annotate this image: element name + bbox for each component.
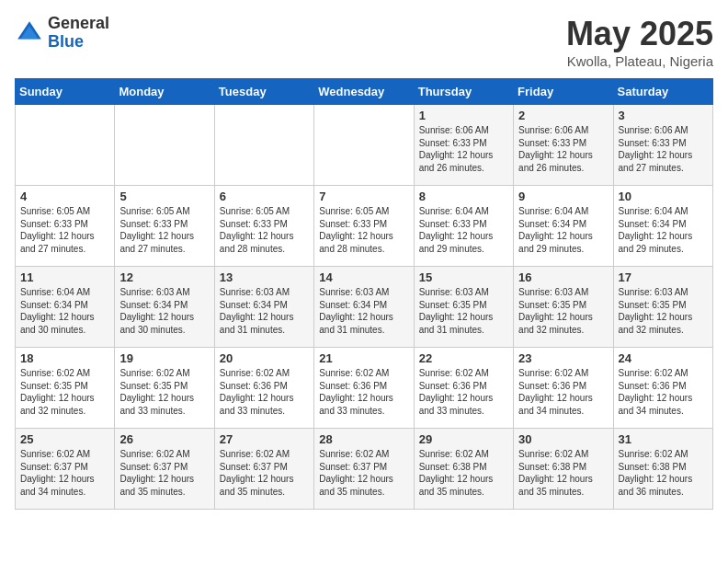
weekday-header: Monday xyxy=(115,79,214,105)
day-number: 26 xyxy=(119,432,209,446)
day-number: 3 xyxy=(619,109,708,122)
day-number: 19 xyxy=(119,351,209,365)
day-info: Sunrise: 6:03 AM Sunset: 6:35 PM Dayligh… xyxy=(518,286,608,336)
calendar-day-cell: 5Sunrise: 6:05 AM Sunset: 6:33 PM Daylig… xyxy=(115,186,214,267)
day-info: Sunrise: 6:02 AM Sunset: 6:36 PM Dayligh… xyxy=(619,367,708,417)
day-number: 17 xyxy=(619,270,708,284)
calendar-day-cell: 17Sunrise: 6:03 AM Sunset: 6:35 PM Dayli… xyxy=(613,267,712,348)
calendar-subtitle: Kwolla, Plateau, Nigeria xyxy=(566,53,713,69)
weekday-header: Tuesday xyxy=(214,79,313,105)
day-number: 27 xyxy=(220,432,309,446)
calendar-week-row: 25Sunrise: 6:02 AM Sunset: 6:37 PM Dayli… xyxy=(16,429,713,510)
day-number: 30 xyxy=(518,432,608,446)
day-number: 22 xyxy=(419,351,508,365)
calendar-day-cell: 28Sunrise: 6:02 AM Sunset: 6:37 PM Dayli… xyxy=(314,429,414,510)
calendar-day-cell: 7Sunrise: 6:05 AM Sunset: 6:33 PM Daylig… xyxy=(314,186,414,267)
calendar-day-cell: 2Sunrise: 6:06 AM Sunset: 6:33 PM Daylig… xyxy=(514,105,613,186)
weekday-header: Thursday xyxy=(414,79,513,105)
calendar-week-row: 1Sunrise: 6:06 AM Sunset: 6:33 PM Daylig… xyxy=(16,105,713,186)
day-number: 9 xyxy=(518,190,608,203)
calendar-day-cell: 13Sunrise: 6:03 AM Sunset: 6:34 PM Dayli… xyxy=(214,267,313,348)
day-info: Sunrise: 6:03 AM Sunset: 6:35 PM Dayligh… xyxy=(619,286,708,336)
calendar-day-cell: 14Sunrise: 6:03 AM Sunset: 6:34 PM Dayli… xyxy=(314,267,414,348)
day-info: Sunrise: 6:02 AM Sunset: 6:37 PM Dayligh… xyxy=(220,448,309,498)
logo-general-text: General xyxy=(48,15,109,33)
calendar-day-cell: 1Sunrise: 6:06 AM Sunset: 6:33 PM Daylig… xyxy=(414,105,513,186)
day-number: 24 xyxy=(619,351,708,365)
day-info: Sunrise: 6:06 AM Sunset: 6:33 PM Dayligh… xyxy=(619,124,708,174)
calendar-day-cell: 15Sunrise: 6:03 AM Sunset: 6:35 PM Dayli… xyxy=(414,267,513,348)
day-number: 21 xyxy=(319,351,408,365)
day-number: 15 xyxy=(419,270,508,284)
day-info: Sunrise: 6:03 AM Sunset: 6:35 PM Dayligh… xyxy=(419,286,508,336)
day-info: Sunrise: 6:04 AM Sunset: 6:34 PM Dayligh… xyxy=(518,205,608,255)
day-number: 29 xyxy=(419,432,508,446)
calendar-title: May 2025 xyxy=(566,15,713,53)
calendar-day-cell: 18Sunrise: 6:02 AM Sunset: 6:35 PM Dayli… xyxy=(16,348,115,429)
calendar-day-cell: 27Sunrise: 6:02 AM Sunset: 6:37 PM Dayli… xyxy=(214,429,313,510)
calendar-day-cell xyxy=(115,105,214,186)
day-info: Sunrise: 6:05 AM Sunset: 6:33 PM Dayligh… xyxy=(20,205,109,255)
page-header: General Blue May 2025 Kwolla, Plateau, N… xyxy=(15,15,713,69)
day-info: Sunrise: 6:05 AM Sunset: 6:33 PM Dayligh… xyxy=(119,205,209,255)
calendar-header: SundayMondayTuesdayWednesdayThursdayFrid… xyxy=(16,79,713,105)
day-info: Sunrise: 6:02 AM Sunset: 6:35 PM Dayligh… xyxy=(20,367,109,417)
day-info: Sunrise: 6:02 AM Sunset: 6:36 PM Dayligh… xyxy=(319,367,408,417)
logo-icon xyxy=(15,18,44,48)
weekday-header: Wednesday xyxy=(314,79,414,105)
day-info: Sunrise: 6:03 AM Sunset: 6:34 PM Dayligh… xyxy=(220,286,309,336)
day-info: Sunrise: 6:02 AM Sunset: 6:38 PM Dayligh… xyxy=(419,448,508,498)
day-info: Sunrise: 6:02 AM Sunset: 6:36 PM Dayligh… xyxy=(518,367,608,417)
day-number: 16 xyxy=(518,270,608,284)
day-info: Sunrise: 6:06 AM Sunset: 6:33 PM Dayligh… xyxy=(419,124,508,174)
day-info: Sunrise: 6:04 AM Sunset: 6:34 PM Dayligh… xyxy=(20,286,109,336)
day-info: Sunrise: 6:05 AM Sunset: 6:33 PM Dayligh… xyxy=(319,205,408,255)
weekday-row: SundayMondayTuesdayWednesdayThursdayFrid… xyxy=(16,79,713,105)
calendar-day-cell: 11Sunrise: 6:04 AM Sunset: 6:34 PM Dayli… xyxy=(16,267,115,348)
day-info: Sunrise: 6:02 AM Sunset: 6:38 PM Dayligh… xyxy=(518,448,608,498)
calendar-day-cell: 10Sunrise: 6:04 AM Sunset: 6:34 PM Dayli… xyxy=(613,186,712,267)
calendar-day-cell: 22Sunrise: 6:02 AM Sunset: 6:36 PM Dayli… xyxy=(414,348,513,429)
day-number: 23 xyxy=(518,351,608,365)
calendar-day-cell: 21Sunrise: 6:02 AM Sunset: 6:36 PM Dayli… xyxy=(314,348,414,429)
day-info: Sunrise: 6:05 AM Sunset: 6:33 PM Dayligh… xyxy=(220,205,309,255)
day-number: 8 xyxy=(419,190,508,203)
calendar-day-cell xyxy=(16,105,115,186)
calendar-day-cell: 4Sunrise: 6:05 AM Sunset: 6:33 PM Daylig… xyxy=(16,186,115,267)
day-info: Sunrise: 6:02 AM Sunset: 6:37 PM Dayligh… xyxy=(319,448,408,498)
calendar-body: 1Sunrise: 6:06 AM Sunset: 6:33 PM Daylig… xyxy=(16,105,713,510)
day-number: 13 xyxy=(220,270,309,284)
day-number: 20 xyxy=(220,351,309,365)
calendar-day-cell: 24Sunrise: 6:02 AM Sunset: 6:36 PM Dayli… xyxy=(613,348,712,429)
day-number: 4 xyxy=(20,190,109,203)
day-info: Sunrise: 6:03 AM Sunset: 6:34 PM Dayligh… xyxy=(319,286,408,336)
calendar-day-cell: 8Sunrise: 6:04 AM Sunset: 6:33 PM Daylig… xyxy=(414,186,513,267)
day-number: 5 xyxy=(119,190,209,203)
calendar-day-cell: 3Sunrise: 6:06 AM Sunset: 6:33 PM Daylig… xyxy=(613,105,712,186)
weekday-header: Sunday xyxy=(16,79,115,105)
day-number: 28 xyxy=(319,432,408,446)
weekday-header: Friday xyxy=(514,79,613,105)
day-number: 14 xyxy=(319,270,408,284)
calendar-day-cell: 25Sunrise: 6:02 AM Sunset: 6:37 PM Dayli… xyxy=(16,429,115,510)
calendar-day-cell: 12Sunrise: 6:03 AM Sunset: 6:34 PM Dayli… xyxy=(115,267,214,348)
day-number: 12 xyxy=(119,270,209,284)
calendar-day-cell: 23Sunrise: 6:02 AM Sunset: 6:36 PM Dayli… xyxy=(514,348,613,429)
calendar-day-cell: 19Sunrise: 6:02 AM Sunset: 6:35 PM Dayli… xyxy=(115,348,214,429)
logo-text: General Blue xyxy=(48,15,109,52)
day-number: 6 xyxy=(220,190,309,203)
calendar-week-row: 4Sunrise: 6:05 AM Sunset: 6:33 PM Daylig… xyxy=(16,186,713,267)
calendar-day-cell: 31Sunrise: 6:02 AM Sunset: 6:38 PM Dayli… xyxy=(613,429,712,510)
logo: General Blue xyxy=(15,15,109,52)
calendar-day-cell xyxy=(314,105,414,186)
day-info: Sunrise: 6:04 AM Sunset: 6:33 PM Dayligh… xyxy=(419,205,508,255)
title-block: May 2025 Kwolla, Plateau, Nigeria xyxy=(566,15,713,69)
calendar-day-cell: 9Sunrise: 6:04 AM Sunset: 6:34 PM Daylig… xyxy=(514,186,613,267)
logo-blue-text: Blue xyxy=(48,33,109,52)
calendar-day-cell: 29Sunrise: 6:02 AM Sunset: 6:38 PM Dayli… xyxy=(414,429,513,510)
calendar-day-cell xyxy=(214,105,313,186)
day-number: 1 xyxy=(419,109,508,122)
day-info: Sunrise: 6:02 AM Sunset: 6:37 PM Dayligh… xyxy=(20,448,109,498)
day-number: 31 xyxy=(619,432,708,446)
day-number: 11 xyxy=(20,270,109,284)
